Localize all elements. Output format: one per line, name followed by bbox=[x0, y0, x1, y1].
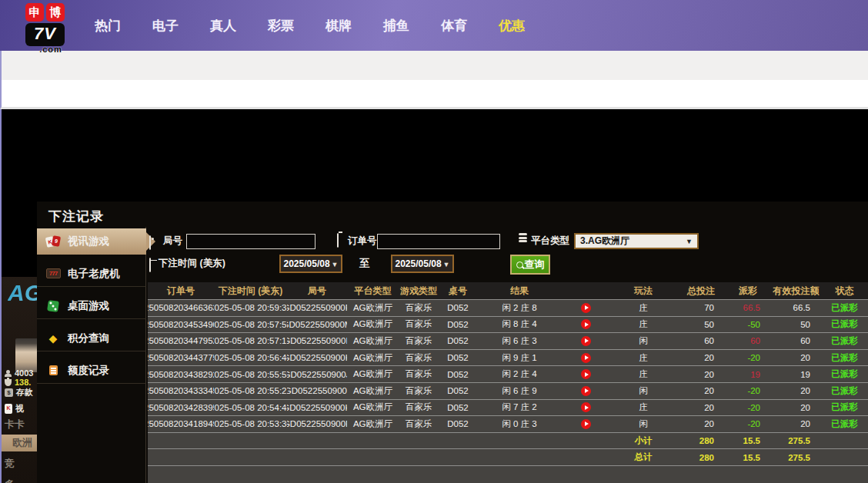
round-cell: GD0522550900K bbox=[287, 350, 347, 366]
order-cell: 250508203418949 bbox=[148, 416, 214, 432]
nav-item-6[interactable]: 捕鱼 bbox=[373, 17, 419, 35]
valid-bet-cell: 60 bbox=[771, 333, 821, 349]
play-replay-button[interactable] bbox=[581, 353, 591, 363]
sidebar-item-2[interactable]: 777电子老虎机 bbox=[37, 261, 146, 287]
database-icon bbox=[519, 233, 527, 243]
bet-cell: 20 bbox=[677, 366, 725, 382]
empty-cell bbox=[821, 449, 868, 465]
empty-cell bbox=[477, 433, 562, 449]
play-replay-button[interactable] bbox=[581, 303, 591, 313]
nav-item-5[interactable]: 棋牌 bbox=[315, 17, 362, 35]
play-replay-button[interactable] bbox=[581, 419, 591, 429]
header-cell-replay bbox=[562, 282, 609, 299]
table-no-cell: D052 bbox=[439, 317, 477, 333]
document-icon bbox=[49, 365, 58, 375]
date-to-picker[interactable]: 2025/05/08▼ bbox=[391, 255, 454, 273]
play-type-cell: 闲 bbox=[609, 383, 677, 399]
total-valid-cell: 275.5 bbox=[771, 449, 821, 465]
nav-item-8[interactable]: 优惠 bbox=[489, 17, 535, 35]
nav-item-2[interactable]: 电子 bbox=[142, 17, 189, 35]
round-cell: GD0522550900J bbox=[287, 366, 347, 382]
status-cell: 已派彩 bbox=[821, 300, 868, 316]
dice-icon bbox=[47, 300, 59, 312]
left-strip-item[interactable]: K视 bbox=[5, 403, 24, 415]
logo-com: .com bbox=[28, 46, 73, 53]
calendar-icon bbox=[149, 258, 151, 272]
left-strip-item[interactable]: 卡卡 bbox=[5, 418, 25, 431]
payout-cell: -20 bbox=[725, 350, 771, 366]
bet-cell: 20 bbox=[677, 400, 725, 416]
result-cell: 闲 0 庄 3 bbox=[477, 416, 562, 432]
platform-cell: AG欧洲厅 bbox=[347, 350, 399, 366]
sidebar-item-1[interactable]: 视讯游戏 bbox=[37, 228, 146, 255]
slot777-icon: 777 bbox=[46, 268, 61, 278]
left-strip-item[interactable]: 竞 bbox=[5, 457, 15, 471]
date-from-picker[interactable]: 2025/05/08▼ bbox=[279, 255, 342, 273]
game-cell: 百家乐 bbox=[399, 350, 439, 366]
result-cell: 闲 8 庄 4 bbox=[477, 317, 562, 333]
order-cell: 250508203428395 bbox=[148, 400, 214, 416]
payout-cell: -20 bbox=[725, 416, 771, 432]
time-cell: 2025-05-08 20:57:12 bbox=[214, 333, 287, 349]
payout-cell: 19 bbox=[725, 366, 771, 382]
betting-records-modal: 下注记录 视讯游戏777电子老虎机桌面游戏◆积分查询额度记录 局号 订单号 平台… bbox=[37, 202, 868, 483]
nav-item-3[interactable]: 真人 bbox=[200, 17, 246, 35]
order-input[interactable] bbox=[377, 234, 500, 249]
game-cell: 百家乐 bbox=[399, 317, 439, 333]
play-replay-button[interactable] bbox=[581, 369, 591, 379]
nav-item-7[interactable]: 体育 bbox=[431, 17, 477, 35]
platform-select[interactable]: 3.AG欧洲厅 ▼ bbox=[574, 233, 699, 249]
chevron-down-icon: ▼ bbox=[332, 261, 339, 268]
site-logo[interactable]: 申 博 7V .com bbox=[25, 3, 73, 49]
chevron-down-icon: ▼ bbox=[443, 261, 450, 268]
game-cell: 百家乐 bbox=[399, 300, 439, 316]
valid-bet-cell: 20 bbox=[771, 416, 821, 432]
play-replay-button[interactable] bbox=[581, 402, 591, 412]
time-cell: 2025-05-08 20:55:55 bbox=[214, 366, 287, 382]
left-strip-item[interactable]: 4003 bbox=[5, 368, 33, 378]
left-strip-item[interactable]: 多 bbox=[5, 478, 15, 483]
play-replay-button[interactable] bbox=[581, 336, 591, 346]
moneybag-icon bbox=[5, 379, 12, 386]
search-form: 局号 订单号 平台类型 3.AG欧洲厅 ▼ 下注时间 (美东) 2025/05/… bbox=[146, 227, 868, 282]
empty-cell bbox=[399, 433, 439, 449]
replay-cell bbox=[562, 300, 609, 316]
left-strip-item[interactable]: 欧洲 bbox=[2, 435, 38, 451]
time-cell: 2025-05-08 20:57:55 bbox=[214, 317, 287, 333]
sidebar-item-4[interactable]: ◆积分查询 bbox=[37, 325, 146, 351]
left-strip-item[interactable]: $存款 bbox=[5, 387, 33, 398]
browser-url-bar[interactable]: https://gci.7vvvvvv.com/agingame/pcv1/in… bbox=[0, 80, 868, 109]
left-strip-item[interactable]: 138. bbox=[5, 378, 31, 387]
table-no-cell: D052 bbox=[439, 400, 477, 416]
table-row: 2505082034479522025-05-08 20:57:12GD0522… bbox=[148, 333, 868, 350]
logo-badge-bo: 博 bbox=[46, 3, 65, 22]
left-strip-label: 多 bbox=[5, 478, 15, 483]
nav-item-1[interactable]: 热门 bbox=[85, 17, 131, 35]
sidebar-item-3[interactable]: 桌面游戏 bbox=[37, 293, 146, 319]
empty-cell bbox=[439, 449, 477, 465]
sidebar-item-5[interactable]: 额度记录 bbox=[37, 358, 146, 384]
total-payout-cell: 15.5 bbox=[725, 449, 771, 465]
empty-cell bbox=[399, 449, 439, 465]
table-row: 2505082034283952025-05-08 20:54:45GD0522… bbox=[148, 400, 868, 417]
table-no-cell: D052 bbox=[439, 333, 477, 349]
valid-bet-cell: 19 bbox=[771, 366, 821, 382]
total-payout-cell: 15.5 bbox=[725, 433, 771, 449]
valid-bet-cell: 20 bbox=[771, 383, 821, 399]
payout-cell: -50 bbox=[725, 317, 771, 333]
game-cell: 百家乐 bbox=[399, 383, 439, 399]
search-button[interactable]: 查询 bbox=[510, 255, 550, 275]
replay-cell bbox=[562, 333, 609, 349]
header-cell: 有效投注额 bbox=[771, 282, 821, 299]
sidebar-item-label: 电子老虎机 bbox=[68, 267, 120, 281]
replay-cell bbox=[562, 383, 609, 399]
play-type-cell: 庄 bbox=[609, 400, 677, 416]
round-input[interactable] bbox=[186, 234, 315, 249]
status-cell: 已派彩 bbox=[821, 400, 868, 416]
total-label-cell: 小计 bbox=[609, 433, 677, 449]
play-replay-button[interactable] bbox=[581, 319, 591, 329]
order-cell: 250508203443775 bbox=[148, 350, 214, 366]
play-replay-button[interactable] bbox=[581, 386, 591, 396]
search-icon bbox=[516, 261, 523, 268]
nav-item-4[interactable]: 彩票 bbox=[258, 17, 304, 35]
